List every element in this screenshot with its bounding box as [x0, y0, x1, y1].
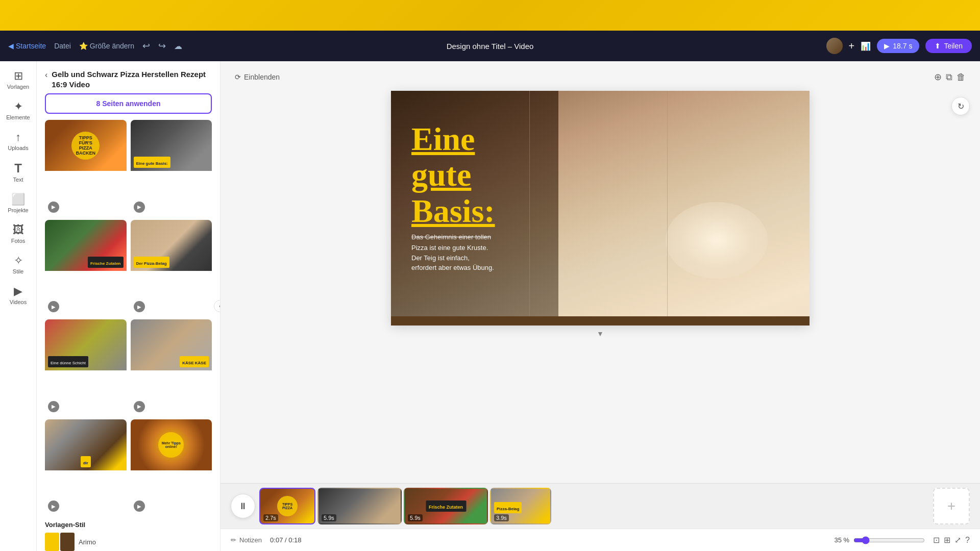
back-button[interactable]: ◀ Startseite: [8, 42, 46, 50]
elements-icon: ✦: [14, 100, 23, 113]
style-preview: Arimo: [45, 533, 212, 551]
timeline-clip-2[interactable]: 5.9s: [317, 488, 402, 524]
panel-header: ‹ Gelb und Schwarz Pizza Herstellen Reze…: [37, 61, 220, 93]
canvas-description: Pizza ist eine gute Kruste.Der Teig ist …: [411, 243, 495, 273]
main-text-line: Eine: [411, 121, 475, 157]
sidebar-item-videos[interactable]: ▶ Videos: [2, 281, 35, 309]
thumbnail-1[interactable]: TIPPS FÜR'S PIZZA BACKEN ▶: [45, 120, 127, 216]
thumb-play-3[interactable]: ▶: [48, 301, 59, 312]
share-label: Teilen: [944, 42, 963, 50]
thumb-play-1[interactable]: ▶: [48, 202, 59, 213]
left-panel: ‹ Gelb und Schwarz Pizza Herstellen Reze…: [37, 61, 220, 551]
add-clip-button[interactable]: +: [933, 488, 970, 524]
thumbnail-3[interactable]: Frische Zutaten ▶: [45, 220, 127, 316]
uploads-icon: ↑: [15, 131, 21, 144]
notes-button[interactable]: ✏ Notizen: [231, 536, 262, 544]
timeline-clips: TIPPS PIZZA 2.7s 5.9s Frische Zutaten: [259, 488, 929, 524]
help-button[interactable]: ?: [965, 535, 970, 545]
sidebar-item-elemente[interactable]: ✦ Elemente: [2, 96, 35, 124]
add-content-button[interactable]: ⊕: [934, 71, 942, 83]
sidebar-item-vorlagen[interactable]: ⊞ Vorlagen: [2, 65, 35, 94]
thumb-img-7: dir: [45, 419, 127, 470]
duplicate-button[interactable]: ⧉: [946, 71, 952, 83]
thumbnail-8[interactable]: Mehr Tipps online! ▶: [131, 419, 212, 515]
canvas-tool-right: ⊕ ⧉ 🗑: [934, 71, 966, 83]
collapse-arrow[interactable]: ▼: [597, 330, 604, 338]
fullscreen-button[interactable]: ⤢: [954, 535, 961, 545]
einblenden-button[interactable]: ⟳ Einblenden: [235, 73, 280, 81]
canvas-main-heading: Eine gute Basis:: [411, 121, 495, 229]
main-text-line3: Basis:: [411, 193, 495, 229]
thumb-play-8[interactable]: ▶: [134, 500, 145, 512]
collapse-area: ▼: [597, 330, 604, 338]
timeline-clip-4[interactable]: Pizza-Belag 3.9s: [490, 488, 551, 524]
sidebar-label-elemente: Elemente: [6, 114, 30, 120]
timeline-container: ⏸ TIPPS PIZZA 2.7s 5.9s: [220, 483, 980, 529]
thumb-play-2[interactable]: ▶: [134, 202, 145, 213]
fit-view-button[interactable]: ⊡: [933, 535, 940, 545]
undo-button[interactable]: ↩: [142, 40, 150, 52]
thumb-play-7[interactable]: ▶: [48, 500, 59, 512]
redo-button[interactable]: ↪: [158, 40, 166, 52]
delete-button[interactable]: 🗑: [957, 71, 966, 83]
style-color-yellow: [45, 533, 59, 551]
canvas-frame[interactable]: Eine gute Basis: Das Geheimnis einer tol…: [391, 91, 810, 325]
apply-button[interactable]: 8 Seiten anwenden: [45, 93, 212, 114]
play-icon: ▶: [884, 42, 890, 50]
thumb-play-6[interactable]: ▶: [134, 401, 145, 412]
thumbnail-7[interactable]: dir ▶: [45, 419, 127, 515]
save-cloud-button[interactable]: ☁: [174, 41, 182, 51]
clip-4-duration: 3.9s: [494, 514, 509, 521]
sidebar-item-uploads[interactable]: ↑ Uploads: [2, 127, 35, 155]
add-user-button[interactable]: +: [849, 40, 855, 52]
resize-button[interactable]: ⭐ Größe ändern: [79, 42, 134, 50]
timeline-track: ⏸ TIPPS PIZZA 2.7s 5.9s: [231, 488, 970, 524]
thumb-img-8: Mehr Tipps online!: [131, 419, 212, 470]
sidebar-item-fotos[interactable]: 🖼 Fotos: [2, 219, 35, 248]
status-bar: ✏ Notizen 0:07 / 0:18 35 % ⊡ ⊞ ⤢ ?: [220, 529, 980, 551]
zoom-slider[interactable]: [853, 536, 925, 544]
thumb-play-4[interactable]: ▶: [134, 301, 145, 312]
thumbnail-5[interactable]: Eine dünne Schicht ▶: [45, 319, 127, 415]
chevron-left-icon: ◀: [8, 42, 14, 50]
thumbnail-6[interactable]: KÄSE KÄSE ▶: [131, 319, 212, 415]
refresh-button[interactable]: ↻: [951, 97, 970, 115]
thumb-img-5: Eine dünne Schicht: [45, 319, 127, 370]
play-duration-button[interactable]: ▶ 18.7 s: [877, 39, 919, 53]
thumbnail-4[interactable]: Der Pizza-Belag ▶: [131, 220, 212, 316]
sidebar-label-vorlagen: Vorlagen: [7, 84, 29, 90]
thumb-img-1: TIPPS FÜR'S PIZZA BACKEN: [45, 120, 127, 171]
main-text-line2: gute: [411, 157, 471, 193]
pause-icon: ⏸: [238, 501, 248, 512]
sidebar-item-stile[interactable]: ✧ Stile: [2, 250, 35, 279]
playback-time: 0:07 / 0:18: [270, 536, 301, 544]
thumb-play-5[interactable]: ▶: [48, 401, 59, 412]
thumbnail-2[interactable]: Eine gute Basis: ▶: [131, 120, 212, 216]
header-right: + 📊 ▶ 18.7 s ⬆ Teilen: [826, 38, 972, 54]
file-button[interactable]: Datei: [54, 42, 71, 50]
timeline-clip-3[interactable]: Frische Zutaten 5.9s: [404, 488, 488, 524]
sidebar-item-projekte[interactable]: ⬜ Projekte: [2, 189, 35, 217]
thumb-img-3: Frische Zutaten: [45, 220, 127, 271]
timeline-play-button[interactable]: ⏸: [231, 494, 255, 518]
zoom-controls: 35 %: [834, 536, 925, 544]
resize-label: Größe ändern: [90, 42, 134, 50]
styles-icon: ✧: [14, 254, 23, 267]
share-button[interactable]: ⬆ Teilen: [925, 39, 972, 53]
clip-3-duration: 5.9s: [408, 514, 423, 521]
sidebar-item-text[interactable]: T Text: [2, 157, 35, 187]
canvas-area: ⟳ Einblenden ⊕ ⧉ 🗑: [220, 61, 980, 483]
canvas-sub-title: Das Geheimnis einer tollen: [411, 233, 495, 241]
main-layout: ⊞ Vorlagen ✦ Elemente ↑ Uploads T Text ⬜…: [0, 61, 980, 551]
canvas-text-block[interactable]: Eine gute Basis: Das Geheimnis einer tol…: [411, 121, 495, 273]
panel-back-button[interactable]: ‹: [45, 70, 47, 80]
style-name: Arimo: [79, 538, 96, 546]
photos-icon: 🖼: [13, 223, 24, 237]
transition-icon: ⟳: [235, 73, 241, 81]
avatar: [826, 38, 843, 54]
clip-2-duration: 5.9s: [322, 514, 336, 521]
timeline-clip-1[interactable]: TIPPS PIZZA 2.7s: [259, 488, 315, 524]
analytics-button[interactable]: 📊: [861, 41, 871, 51]
grid-view-button[interactable]: ⊞: [944, 535, 950, 545]
header: ◀ Startseite Datei ⭐ Größe ändern ↩ ↪ ☁ …: [0, 31, 980, 61]
